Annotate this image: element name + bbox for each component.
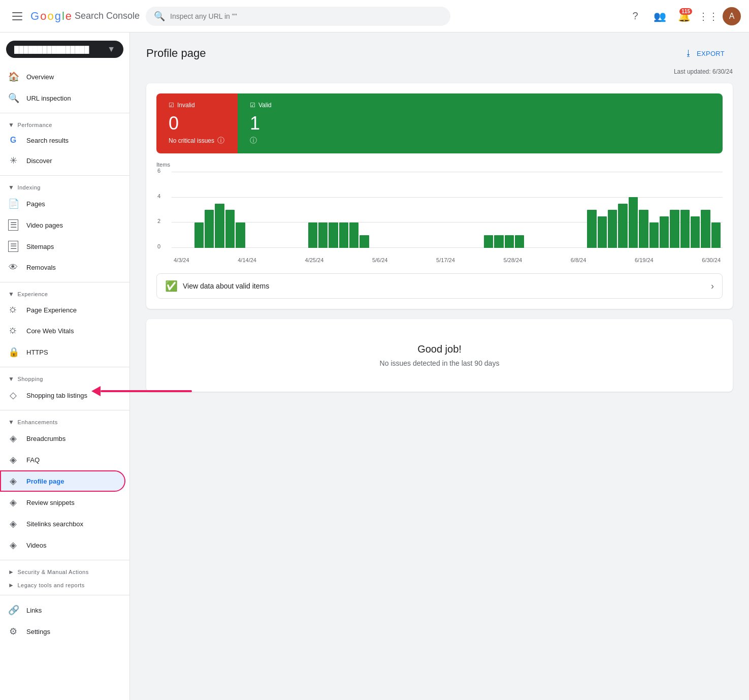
section-performance-label: Performance (17, 122, 52, 128)
status-valid[interactable]: ☑ Valid 1 ⓘ (238, 93, 723, 153)
chart-bar (318, 222, 328, 248)
section-performance[interactable]: ▼ Performance (0, 117, 129, 131)
grid-label-0: 0 (157, 243, 160, 249)
grid-label-2: 2 (157, 218, 160, 224)
section-security[interactable]: ► Security & Manual Actions (0, 564, 129, 578)
sidebar-item-sitemaps[interactable]: ☰ Sitemaps (0, 236, 125, 257)
page-experience-icon: ⛭ (8, 305, 18, 315)
divider-6 (0, 560, 129, 560)
sidebar-item-video-pages-label: Video pages (26, 221, 63, 229)
sitelinks-icon: ◈ (8, 518, 18, 529)
x-label: 5/17/24 (436, 257, 455, 263)
share-button[interactable]: 👥 (649, 6, 670, 26)
sidebar-item-videos[interactable]: ◈ Videos (0, 534, 125, 556)
chart-area: Items 6 4 2 0 4/3/244/14/244/25/245/6/24… (156, 162, 723, 267)
sidebar-item-profile-page-label: Profile page (26, 478, 64, 485)
section-legacy[interactable]: ► Legacy tools and reports (0, 578, 129, 591)
chart-bar (701, 210, 710, 248)
chart-y-label: Items (156, 162, 723, 168)
topbar: Google Search Console 🔍 ? 👥 🔔 115 ⋮⋮ A (0, 0, 749, 33)
sidebar-item-search-results[interactable]: G Search results (0, 131, 125, 150)
hamburger-menu[interactable] (8, 8, 26, 24)
export-label: EXPORT (697, 50, 725, 57)
topbar-right: ? 👥 🔔 115 ⋮⋮ A (625, 6, 741, 26)
section-indexing-label: Indexing (17, 184, 41, 190)
sidebar-item-breadcrumbs[interactable]: ◈ Breadcrumbs (0, 428, 125, 449)
x-labels: 4/3/244/14/244/25/245/6/245/17/245/28/24… (172, 255, 723, 263)
grid-label-6: 6 (157, 168, 160, 174)
section-arrow-legacy: ► (8, 582, 14, 589)
export-button[interactable]: ⭳ EXPORT (676, 45, 733, 62)
chart-bar (339, 222, 348, 248)
bars-container (172, 172, 723, 248)
property-selector[interactable]: ████████████████ ▼ (6, 41, 123, 58)
chart-bar (629, 197, 638, 248)
invalid-label: ☑ Invalid (169, 102, 225, 109)
section-legacy-label: Legacy tools and reports (17, 582, 84, 588)
chart-bar (360, 235, 369, 248)
google-logo: Google Search Console (30, 10, 140, 23)
search-icon: 🔍 (154, 11, 165, 22)
profile-page-icon: ◈ (8, 475, 18, 487)
review-snippets-icon: ◈ (8, 497, 18, 508)
divider-7 (0, 595, 129, 595)
sidebar-item-discover-label: Discover (26, 157, 52, 165)
sidebar-item-removals[interactable]: 👁 Removals (0, 257, 125, 278)
chevron-right-icon: › (711, 281, 714, 292)
chart-bar (670, 210, 679, 248)
good-job-title: Good job! (158, 343, 721, 355)
sidebar-item-core-web-vitals[interactable]: ⛭ Core Web Vitals (0, 321, 125, 341)
sidebar-item-shopping-tab[interactable]: ◇ Shopping tab listings (0, 385, 125, 406)
sidebar-item-faq[interactable]: ◈ FAQ (0, 449, 125, 470)
notification-badge: 115 (679, 8, 692, 15)
section-shopping[interactable]: ▼ Shopping (0, 371, 129, 385)
good-job-card: Good job! No issues detected in the last… (146, 319, 733, 392)
status-invalid[interactable]: ☑ Invalid 0 No critical issues ⓘ (156, 93, 238, 153)
links-icon: 🔗 (8, 604, 18, 616)
invalid-sub: No critical issues ⓘ (169, 136, 225, 145)
sidebar-item-profile-page[interactable]: ◈ Profile page (0, 470, 125, 492)
sidebar-item-review-snippets-label: Review snippets (26, 499, 75, 506)
sidebar-item-discover[interactable]: ✳ Discover (0, 150, 125, 171)
sidebar-item-overview[interactable]: 🏠 Overview (0, 66, 125, 87)
section-indexing[interactable]: ▼ Indexing (0, 180, 129, 193)
chart-bar (494, 235, 503, 248)
sidebar-item-links[interactable]: 🔗 Links (0, 599, 125, 621)
sidebar-item-url-inspection[interactable]: 🔍 URL inspection (0, 87, 125, 109)
sidebar-item-settings[interactable]: ⚙ Settings (0, 621, 125, 642)
search-bar[interactable]: 🔍 (146, 7, 450, 26)
sidebar-item-https[interactable]: 🔒 HTTPS (0, 341, 125, 363)
x-label: 5/28/24 (503, 257, 522, 263)
help-button[interactable]: ? (625, 6, 645, 26)
sidebar-item-pages[interactable]: 📄 Pages (0, 193, 125, 214)
video-pages-icon: ☰ (8, 219, 18, 231)
removals-icon: 👁 (8, 262, 18, 273)
x-label: 4/14/24 (238, 257, 256, 263)
apps-button[interactable]: ⋮⋮ (698, 6, 719, 26)
avatar[interactable]: A (723, 7, 741, 25)
chart-bar (680, 210, 690, 248)
search-input[interactable] (170, 12, 442, 20)
notifications-button[interactable]: 🔔 115 (674, 6, 694, 26)
breadcrumbs-icon: ◈ (8, 433, 18, 444)
chart-bar (349, 222, 359, 248)
valid-sub: ⓘ (250, 136, 710, 145)
discover-icon: ✳ (8, 155, 18, 166)
valid-items-link[interactable]: ✅ View data about valid items › (156, 273, 723, 299)
section-arrow-security: ► (8, 568, 14, 576)
main-content: Profile page ⭳ EXPORT Last updated: 6/30… (130, 33, 749, 700)
sidebar-item-video-pages[interactable]: ☰ Video pages (0, 214, 125, 236)
divider-5 (0, 410, 129, 410)
google-g-icon: G (8, 136, 18, 145)
sidebar-item-sitelinks-searchbox[interactable]: ◈ Sitelinks searchbox (0, 513, 125, 534)
sidebar-item-review-snippets[interactable]: ◈ Review snippets (0, 492, 125, 513)
search-icon-url: 🔍 (8, 92, 18, 104)
section-experience[interactable]: ▼ Experience (0, 287, 129, 300)
property-label: ████████████████ (14, 46, 89, 53)
sidebar-item-faq-label: FAQ (26, 456, 40, 464)
sidebar-item-videos-label: Videos (26, 542, 47, 549)
page-title: Profile page (146, 47, 206, 60)
sidebar-item-page-experience[interactable]: ⛭ Page Experience (0, 300, 125, 321)
section-enhancements[interactable]: ▼ Enhancements (0, 415, 129, 428)
shopping-icon: ◇ (8, 390, 18, 401)
